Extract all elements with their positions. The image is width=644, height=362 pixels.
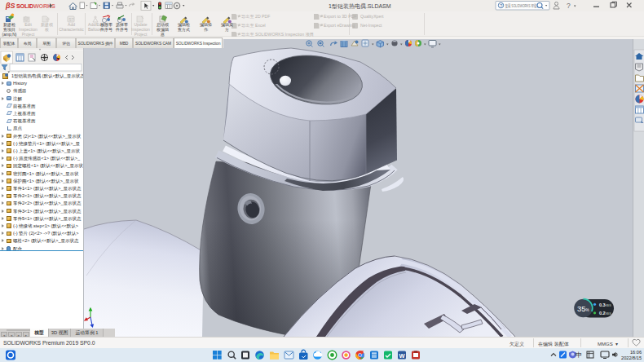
- svg-text:搜索 SOLIDWORKS 帮助: 搜索 SOLIDWORKS 帮助: [505, 3, 537, 9]
- svg-text:SOLIDWORKS: SOLIDWORKS: [16, 2, 55, 10]
- svg-text:βS: βS: [5, 2, 15, 10]
- svg-text:中: 中: [576, 351, 582, 359]
- svg-text:?: ?: [567, 2, 571, 10]
- svg-text:16:06: 16:06: [630, 350, 642, 355]
- svg-text:2022/8/15: 2022/8/15: [621, 355, 642, 360]
- svg-text:57: 57: [68, 17, 73, 22]
- svg-text:W: W: [399, 352, 406, 360]
